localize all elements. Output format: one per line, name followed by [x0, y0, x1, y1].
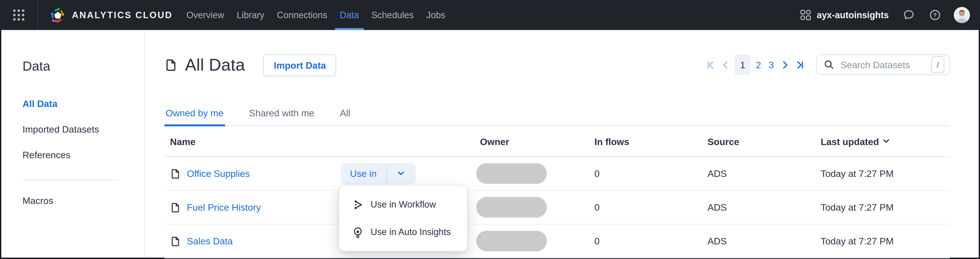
help-icon: ?: [929, 9, 941, 21]
last-updated-cell: Today at 7:27 PM: [816, 168, 950, 179]
table-row: Sales Data 0 ADS Today at 7:27 PM: [164, 225, 950, 258]
sidebar-item-all-data[interactable]: All Data: [22, 98, 144, 109]
alteryx-logo-icon: [49, 6, 66, 24]
auto-insights-icon: [352, 226, 364, 238]
column-header-last-updated-label: Last updated: [821, 136, 879, 147]
document-icon: [164, 58, 178, 72]
sidebar-item-imported-datasets[interactable]: Imported Datasets: [22, 124, 144, 134]
tab-shared-with-me[interactable]: Shared with me: [248, 107, 316, 125]
search-shortcut-key: /: [931, 56, 944, 73]
search-input[interactable]: [839, 59, 931, 71]
nav-connections[interactable]: Connections: [270, 0, 334, 30]
file-icon: [170, 235, 181, 247]
pagination-page-2[interactable]: 2: [752, 59, 765, 70]
feedback-button[interactable]: [902, 9, 915, 21]
app-grid-icon: [12, 8, 25, 22]
pagination-page-1[interactable]: 1: [735, 54, 751, 75]
app-grid-button[interactable]: [0, 0, 38, 30]
svg-text:?: ?: [933, 12, 937, 18]
chevron-right-icon: [780, 59, 790, 70]
nav-jobs[interactable]: Jobs: [420, 0, 452, 30]
use-in-dropdown-toggle[interactable]: [386, 163, 415, 184]
menu-item-label: Use in Auto Insights: [371, 227, 451, 237]
avatar-photo: [954, 7, 970, 23]
source-cell: ADS: [702, 168, 816, 179]
main-content: All Data Import Data 1 2 3: [145, 30, 980, 259]
in-flows-cell: 0: [589, 202, 702, 213]
next-page-button[interactable]: [778, 56, 793, 73]
dataset-link-office-supplies[interactable]: Office Supplies: [187, 168, 250, 179]
column-header-owner[interactable]: Owner: [475, 136, 589, 147]
owner-cell: [475, 163, 589, 184]
file-icon: [170, 168, 181, 179]
brand[interactable]: ANALYTICS CLOUD: [49, 6, 172, 24]
chevron-left-icon: [721, 59, 731, 70]
owner-placeholder: [476, 197, 547, 217]
in-flows-cell: 0: [589, 236, 702, 246]
page-title: All Data: [185, 55, 245, 75]
use-in-menu: Use in Workflow Use in Auto Insights: [339, 185, 468, 251]
column-header-name[interactable]: Name: [164, 136, 475, 147]
table-row: Office Supplies 0 ADS Today at 7:27 PM U…: [164, 157, 950, 191]
search-icon: [824, 59, 834, 70]
menu-item-use-in-workflow[interactable]: Use in Workflow: [339, 191, 467, 218]
nav-data[interactable]: Data: [334, 0, 365, 30]
use-in-button[interactable]: Use in: [341, 163, 386, 184]
menu-item-use-in-auto-insights[interactable]: Use in Auto Insights: [339, 218, 467, 246]
workspace-switcher[interactable]: ayx-autoinsights: [800, 10, 889, 21]
help-button[interactable]: ?: [929, 9, 941, 21]
last-page-button[interactable]: [792, 56, 808, 73]
toolbar-controls: 1 2 3: [703, 54, 950, 76]
tab-bar: Owned by me Shared with me All: [164, 107, 950, 126]
datasets-table: Name Owner In flows Source Last updated: [164, 126, 950, 258]
workflow-icon: [352, 198, 364, 210]
owner-placeholder: [476, 163, 547, 184]
column-header-last-updated[interactable]: Last updated: [816, 136, 950, 147]
topbar-divider: [38, 0, 38, 30]
sidebar-divider: [22, 179, 119, 180]
table-header-row: Name Owner In flows Source Last updated: [164, 126, 950, 157]
owner-cell: [475, 231, 589, 251]
sidebar: Data All Data Imported Datasets Referenc…: [0, 30, 145, 259]
in-flows-cell: 0: [589, 168, 702, 179]
brand-name: ANALYTICS CLOUD: [72, 10, 172, 20]
previous-page-button[interactable]: [718, 56, 733, 73]
nav-library[interactable]: Library: [231, 0, 270, 30]
first-page-icon: [706, 59, 716, 70]
owner-cell: [475, 197, 589, 217]
top-nav-bar: ANALYTICS CLOUD Overview Library Connect…: [0, 0, 980, 30]
analytics-cloud-app: ANALYTICS CLOUD Overview Library Connect…: [0, 0, 980, 259]
avatar[interactable]: [954, 7, 970, 23]
chevron-down-icon: [397, 169, 405, 177]
dataset-link-fuel-price-history[interactable]: Fuel Price History: [187, 202, 261, 213]
name-cell: Office Supplies: [164, 168, 475, 179]
import-data-button[interactable]: Import Data: [263, 54, 337, 76]
tab-all[interactable]: All: [339, 107, 352, 125]
column-header-in-flows[interactable]: In flows: [589, 136, 702, 147]
last-updated-cell: Today at 7:27 PM: [816, 202, 950, 213]
dataset-link-sales-data[interactable]: Sales Data: [187, 236, 233, 246]
pagination-page-3[interactable]: 3: [765, 59, 777, 70]
workspace-icon: [800, 10, 811, 21]
sidebar-item-references[interactable]: References: [22, 149, 144, 160]
column-header-source[interactable]: Source: [702, 136, 816, 147]
last-updated-cell: Today at 7:27 PM: [816, 236, 950, 246]
topbar-right: ayx-autoinsights ?: [800, 7, 980, 23]
source-cell: ADS: [702, 202, 816, 213]
source-cell: ADS: [702, 236, 816, 246]
nav-schedules[interactable]: Schedules: [365, 0, 420, 30]
chat-icon: [902, 9, 915, 21]
nav-overview[interactable]: Overview: [180, 0, 231, 30]
menu-item-label: Use in Workflow: [371, 200, 436, 209]
workspace-name: ayx-autoinsights: [817, 10, 889, 20]
file-icon: [170, 201, 181, 213]
owner-placeholder: [476, 231, 547, 251]
primary-nav: Overview Library Connections Data Schedu…: [180, 0, 452, 30]
tab-owned-by-me[interactable]: Owned by me: [164, 107, 225, 126]
sidebar-title: Data: [22, 59, 144, 74]
first-page-button[interactable]: [703, 56, 719, 73]
use-in-split-button: Use in: [341, 163, 415, 184]
sidebar-item-macros[interactable]: Macros: [22, 195, 144, 206]
sort-descending-icon: [883, 137, 890, 145]
last-page-icon: [795, 59, 805, 70]
